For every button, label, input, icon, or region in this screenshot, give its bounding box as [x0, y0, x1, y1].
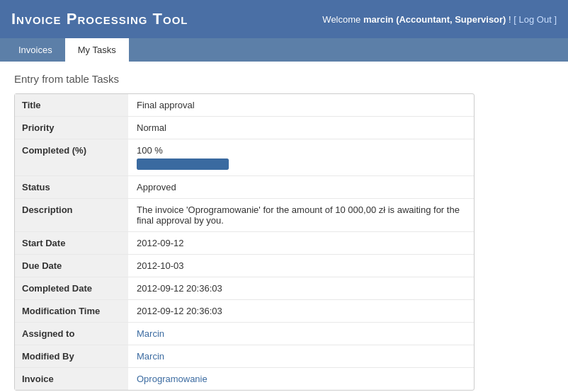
main-content: Entry from table Tasks Title Final appro… [0, 62, 568, 392]
row-modification-time: Modification Time 2012-09-12 20:36:03 [15, 300, 474, 323]
detail-box: Title Final approval Priority Normal Com… [14, 93, 475, 391]
navbar: Invoices My Tasks [0, 38, 568, 62]
row-assigned-to: Assigned to Marcin [15, 323, 474, 345]
username: marcin (Accountant, Supervisor) [363, 14, 506, 25]
value-completed: 100 % [128, 139, 474, 175]
app-header: Invoice Processing Tool Welcome marcin (… [0, 0, 568, 38]
value-completed-date: 2012-09-12 20:36:03 [128, 277, 474, 299]
label-due-date: Due Date [15, 255, 128, 277]
value-start-date: 2012-09-12 [128, 232, 474, 254]
label-modified-by: Modified By [15, 345, 128, 367]
label-completed: Completed (%) [15, 139, 128, 175]
welcome-prefix: Welcome [322, 14, 363, 25]
label-invoice: Invoice [15, 368, 128, 390]
row-start-date: Start Date 2012-09-12 [15, 232, 474, 255]
label-completed-date: Completed Date [15, 277, 128, 299]
label-modification-time: Modification Time [15, 300, 128, 322]
app-title: Invoice Processing Tool [11, 10, 188, 28]
row-completed-date: Completed Date 2012-09-12 20:36:03 [15, 277, 474, 300]
value-assigned-to[interactable]: Marcin [128, 323, 474, 345]
welcome-text: Welcome marcin (Accountant, Supervisor) … [322, 14, 557, 25]
value-status: Approved [128, 176, 474, 198]
progress-bar-bg [137, 158, 229, 170]
row-title: Title Final approval [15, 94, 474, 117]
value-modified-by[interactable]: Marcin [128, 345, 474, 367]
value-invoice[interactable]: Oprogramowanie [128, 368, 474, 390]
row-description: Description The invoice 'Oprogramowanie'… [15, 199, 474, 232]
section-title: Entry from table Tasks [14, 73, 554, 85]
row-priority: Priority Normal [15, 117, 474, 139]
row-due-date: Due Date 2012-10-03 [15, 255, 474, 277]
label-priority: Priority [15, 117, 128, 139]
value-due-date: 2012-10-03 [128, 255, 474, 277]
label-assigned-to: Assigned to [15, 323, 128, 345]
value-description: The invoice 'Oprogramowanie' for the amo… [128, 199, 474, 231]
label-status: Status [15, 176, 128, 198]
welcome-suffix: ! [506, 14, 513, 25]
label-start-date: Start Date [15, 232, 128, 254]
value-title: Final approval [128, 94, 474, 116]
row-completed: Completed (%) 100 % [15, 139, 474, 176]
logout-link[interactable]: [ Log Out ] [513, 14, 557, 25]
row-status: Status Approved [15, 176, 474, 199]
progress-label: 100 % [137, 145, 465, 156]
value-modification-time: 2012-09-12 20:36:03 [128, 300, 474, 322]
tab-my-tasks[interactable]: My Tasks [65, 38, 129, 62]
tab-invoices[interactable]: Invoices [6, 38, 65, 62]
label-description: Description [15, 199, 128, 231]
progress-bar-fill [137, 158, 229, 170]
row-invoice: Invoice Oprogramowanie [15, 368, 474, 390]
label-title: Title [15, 94, 128, 116]
value-priority: Normal [128, 117, 474, 139]
row-modified-by: Modified By Marcin [15, 345, 474, 368]
